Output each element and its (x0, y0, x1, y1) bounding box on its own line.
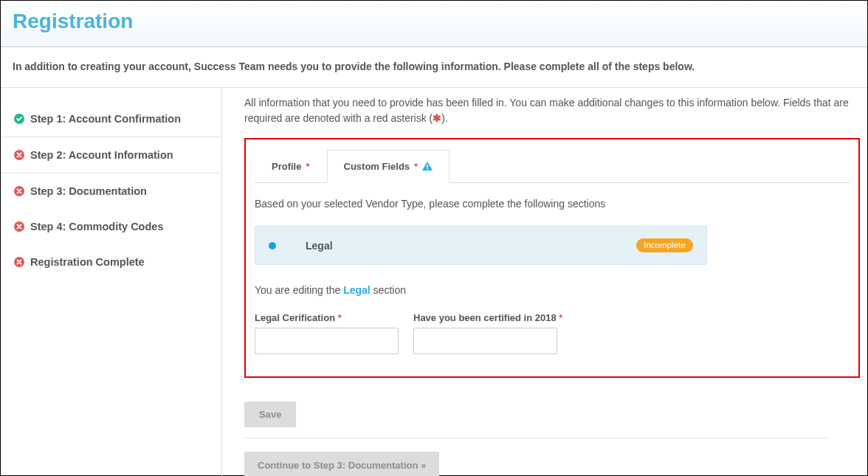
continue-button[interactable]: Continue to Step 3: Documentation» (244, 452, 439, 476)
required-indicator: * (559, 312, 562, 323)
status-dot-icon (269, 242, 276, 249)
field-label-legal-certification: Legal Cerification * (255, 312, 399, 323)
sidebar-step-label: Step 1: Account Confirmation (30, 113, 181, 125)
x-circle-icon (14, 221, 24, 232)
svg-rect-5 (427, 165, 428, 168)
sidebar-step-4[interactable]: Step 4: Commodity Codes (1, 209, 221, 244)
tabs: Profile* Custom Fields* (255, 150, 850, 183)
tab-profile[interactable]: Profile* (255, 150, 327, 182)
status-badge-incomplete: Incomplete (636, 238, 692, 252)
chevron-right-icon: » (421, 461, 426, 471)
legal-certification-input[interactable] (255, 328, 399, 354)
sidebar-step-complete[interactable]: Registration Complete (1, 244, 221, 280)
sidebar-step-2[interactable]: Step 2: Account Information (1, 137, 221, 173)
section-row-legal[interactable]: Legal Incomplete (255, 226, 707, 265)
page-title: Registration (13, 10, 855, 33)
required-indicator: * (338, 312, 342, 323)
sidebar: Step 1: Account Confirmation Step 2: Acc… (1, 88, 222, 476)
x-circle-icon (14, 186, 24, 196)
tab-label: Profile (272, 161, 301, 172)
certified-2018-input[interactable] (413, 328, 557, 354)
sidebar-step-label: Step 4: Commodity Codes (30, 221, 163, 232)
sidebar-step-3[interactable]: Step 3: Documentation (1, 173, 221, 209)
x-circle-icon (14, 150, 24, 160)
tab-label: Custom Fields (344, 161, 410, 172)
sidebar-step-label: Step 3: Documentation (30, 185, 147, 197)
tab-custom-fields[interactable]: Custom Fields* (327, 150, 450, 183)
required-asterisk-icon: ✱ (433, 112, 441, 124)
divider (244, 438, 829, 438)
sidebar-step-label: Step 2: Account Information (30, 149, 173, 161)
field-label-certified-2018: Have you been certified in 2018 * (413, 312, 562, 323)
save-button[interactable]: Save (244, 401, 296, 427)
sidebar-step-1[interactable]: Step 1: Account Confirmation (1, 101, 221, 137)
highlighted-region: Profile* Custom Fields* Based on your se… (244, 138, 860, 378)
section-name: Legal (306, 240, 333, 252)
sidebar-step-label: Registration Complete (30, 256, 145, 268)
instruction-banner: In addition to creating your account, Su… (1, 47, 867, 88)
check-circle-icon (14, 114, 24, 124)
svg-rect-6 (427, 168, 428, 170)
info-text: All information that you need to provide… (244, 95, 860, 126)
x-circle-icon (14, 257, 24, 267)
warning-icon (422, 162, 433, 171)
editing-context: You are editing the Legal section (255, 284, 850, 296)
required-indicator: * (414, 161, 418, 172)
required-indicator: * (306, 161, 309, 172)
editing-section-link[interactable]: Legal (343, 284, 371, 296)
main-content: All information that you need to provide… (222, 88, 867, 476)
custom-fields-intro: Based on your selected Vendor Type, plea… (255, 198, 850, 210)
